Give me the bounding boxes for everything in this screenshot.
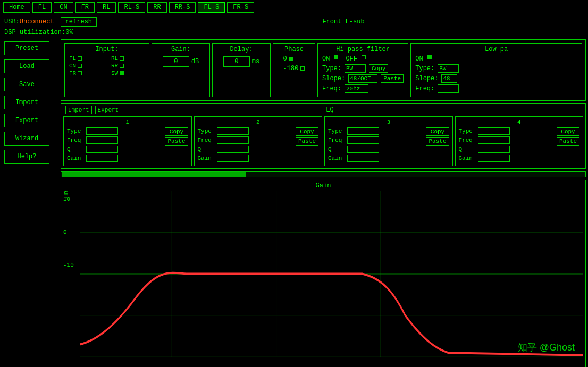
tab-fl-s[interactable]: FL-S (198, 2, 225, 13)
phase-180-checkbox[interactable] (300, 66, 305, 71)
lowpass-on-checkbox[interactable] (427, 55, 432, 59)
help-button[interactable]: Help? (4, 150, 49, 164)
band-3-q-input[interactable] (347, 146, 379, 153)
hipass-type-label: Type: (322, 65, 341, 72)
band-4-freq-input[interactable] (478, 136, 510, 144)
phase-row-180: -180 (283, 65, 305, 72)
hipass-copy-button[interactable]: Copy (369, 64, 388, 73)
band-4-type-label: Type (459, 128, 476, 134)
phase-values: 0 -180 (283, 55, 305, 72)
band-4-copy-button[interactable]: Copy (557, 127, 579, 136)
top-row: Input: FL RL CN RR (61, 39, 586, 101)
band-4-type-row: Type (459, 127, 556, 135)
lowpass-title: Low pa (415, 46, 577, 53)
eq-band-2: 2 Type Freq Q (194, 116, 323, 166)
tab-home[interactable]: Home (3, 2, 30, 13)
band-2-freq-input[interactable] (217, 136, 249, 144)
y-label-10: 10 (63, 196, 74, 202)
hipass-section: Hi pass filter ON OFF Type: Copy Slope: … (317, 43, 408, 97)
tab-rr-s[interactable]: RR-S (169, 2, 196, 13)
band-3-gain-input[interactable] (347, 155, 379, 162)
band-2-gain-input[interactable] (217, 155, 249, 162)
phase-row-0: 0 (283, 55, 305, 63)
input-fr: FR (69, 70, 103, 76)
wizard-button[interactable]: Wizard (4, 132, 49, 146)
band-4-gain-input[interactable] (478, 155, 510, 162)
export-button[interactable]: Export (4, 114, 49, 127)
tab-cn[interactable]: CN (54, 2, 73, 13)
tab-fl[interactable]: FL (32, 2, 52, 13)
input-sw: SW (111, 70, 145, 76)
band-1-paste-button[interactable]: Paste (165, 137, 188, 146)
tab-rl[interactable]: RL (97, 2, 116, 13)
import-button[interactable]: Import (4, 96, 49, 109)
band-3-freq-input[interactable] (347, 136, 379, 144)
band-4-type-input[interactable] (478, 127, 510, 135)
band-2-type-input[interactable] (217, 127, 249, 135)
usb-label: USB: (4, 18, 20, 25)
band-3-paste-button[interactable]: Paste (426, 137, 449, 146)
band-4-freq-label: Freq (459, 137, 476, 143)
channel-title: Front L-sub (103, 18, 584, 25)
delay-unit: ms (252, 58, 259, 65)
phase-180-value: -180 (283, 65, 299, 72)
save-button[interactable]: Save (4, 78, 49, 91)
band-3-type-label: Type (328, 128, 345, 134)
hipass-freq-input[interactable] (345, 84, 368, 93)
eq-export-button[interactable]: Export (95, 106, 122, 114)
preset-button[interactable]: Preset (4, 41, 49, 55)
band-1-freq-label: Freq (67, 137, 84, 143)
scrollbar-thumb[interactable] (62, 172, 246, 177)
band-2-paste-button[interactable]: Paste (296, 137, 318, 146)
band-4-freq-row: Freq (459, 136, 556, 144)
tab-rr[interactable]: RR (147, 2, 166, 13)
tab-fr-s[interactable]: FR-S (227, 2, 254, 13)
input-fr-checkbox[interactable] (78, 71, 82, 75)
hipass-paste-button[interactable]: Paste (381, 74, 404, 83)
tab-fr[interactable]: FR (75, 2, 95, 13)
input-rr-checkbox[interactable] (120, 64, 124, 68)
phase-0-checkbox[interactable] (289, 57, 293, 61)
dsp-utilization: DSP utilization:0% (4, 29, 73, 36)
delay-input[interactable] (223, 56, 250, 67)
lowpass-type-input[interactable] (438, 64, 459, 73)
eq-band-4: 4 Type Freq Q (455, 116, 584, 166)
eq-band-3: 3 Type Freq Q (324, 116, 453, 166)
band-3-copy-button[interactable]: Copy (426, 127, 449, 136)
band-2-actions: Copy Paste (296, 127, 318, 146)
hipass-on-label: ON (322, 55, 330, 63)
eq-import-button[interactable]: Import (65, 106, 92, 114)
band-2-q-input[interactable] (217, 146, 249, 153)
lowpass-slope-input[interactable] (441, 74, 457, 83)
input-cn-checkbox[interactable] (78, 64, 82, 68)
band-1-copy-button[interactable]: Copy (165, 127, 188, 136)
band-3-type-input[interactable] (347, 127, 379, 135)
input-grid: FL RL CN RR (69, 55, 145, 76)
lowpass-freq-input[interactable] (438, 84, 459, 93)
band-4-q-input[interactable] (478, 146, 510, 153)
hipass-slope-input[interactable] (348, 74, 377, 83)
input-sw-checkbox[interactable] (120, 71, 124, 75)
hipass-type-input[interactable] (345, 64, 366, 73)
hipass-off-checkbox[interactable] (362, 55, 366, 59)
band-4-paste-button[interactable]: Paste (557, 137, 579, 146)
band-3-gain-label: Gain (328, 155, 345, 161)
refresh-button[interactable]: refresh (61, 17, 97, 27)
input-rl-checkbox[interactable] (120, 56, 124, 61)
chart-svg (80, 191, 583, 357)
band-1-gain-input[interactable] (86, 155, 118, 162)
tab-rl-s[interactable]: RL-S (118, 2, 145, 13)
load-button[interactable]: Load (4, 59, 49, 73)
band-1-type-input[interactable] (86, 127, 118, 135)
horizontal-scrollbar[interactable] (61, 171, 586, 177)
input-cn: CN (69, 63, 103, 69)
hipass-on-checkbox[interactable] (334, 55, 338, 59)
hipass-freq-label: Freq: (322, 85, 341, 92)
band-1-actions: Copy Paste (165, 127, 188, 146)
input-fl-checkbox[interactable] (78, 56, 82, 61)
band-1-freq-input[interactable] (86, 136, 118, 144)
band-1-q-input[interactable] (86, 146, 118, 153)
gain-input[interactable] (163, 56, 189, 67)
band-2-copy-button[interactable]: Copy (296, 127, 318, 136)
band-1-type-label: Type (67, 128, 84, 134)
